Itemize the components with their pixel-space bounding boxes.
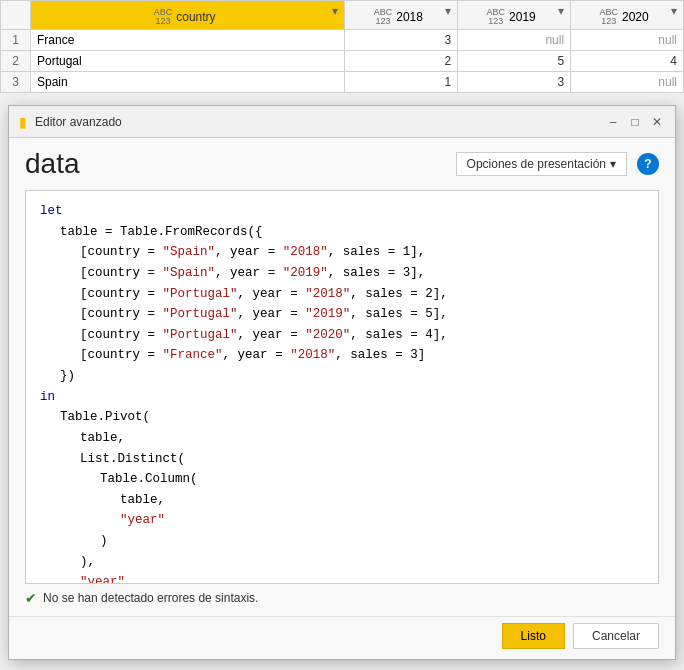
row-number-header [1, 1, 31, 30]
code-line-table-pivot: Table.Pivot( [40, 407, 644, 428]
cell-france-country: France [31, 30, 345, 51]
minimize-button[interactable]: – [605, 114, 621, 130]
col-label-2018: 2018 [396, 10, 423, 24]
presentation-options-button[interactable]: Opciones de presentación ▾ [456, 152, 627, 176]
status-bar: ✔ No se han detectado errores de sintaxi… [25, 584, 659, 610]
code-line-let: let [40, 201, 644, 222]
table-row: 2 Portugal 2 5 4 [1, 51, 684, 72]
code-line-record-3: [country = "Portugal", year = "2018", sa… [40, 284, 644, 305]
modal-title-icon: ▮ [19, 114, 27, 130]
code-line-year-param: "year", [40, 572, 644, 584]
cell-france-2020: null [571, 30, 684, 51]
cell-france-2018: 3 [345, 30, 458, 51]
titlebar-controls: – □ ✕ [605, 114, 665, 130]
cell-portugal-2018: 2 [345, 51, 458, 72]
code-editor[interactable]: let table = Table.FromRecords({ [country… [25, 190, 659, 584]
document-title: data [25, 148, 80, 180]
code-line-column-year: "year" [40, 510, 644, 531]
col-header-2018[interactable]: ABC123 2018 ▾ [345, 1, 458, 30]
cell-spain-country: Spain [31, 72, 345, 93]
modal-title-text: Editor avanzado [35, 115, 597, 129]
cell-portugal-country: Portugal [31, 51, 345, 72]
cell-spain-2020: null [571, 72, 684, 93]
modal-body: data Opciones de presentación ▾ ? let ta… [9, 138, 675, 616]
code-line-table-column: Table.Column( [40, 469, 644, 490]
code-line-record-4: [country = "Portugal", year = "2019", sa… [40, 304, 644, 325]
code-line-close-records: }) [40, 366, 644, 387]
background-table: ABC123 country ▾ ABC123 2018 ▾ ABC123 20… [0, 0, 684, 93]
close-button[interactable]: ✕ [649, 114, 665, 130]
maximize-button[interactable]: □ [627, 114, 643, 130]
row-num-1: 1 [1, 30, 31, 51]
advanced-editor-modal: ▮ Editor avanzado – □ ✕ data Opciones de… [8, 105, 676, 660]
col-header-2020[interactable]: ABC123 2020 ▾ [571, 1, 684, 30]
dropdown-arrow-country[interactable]: ▾ [332, 4, 338, 18]
help-label: ? [644, 157, 651, 171]
modal-titlebar: ▮ Editor avanzado – □ ✕ [9, 106, 675, 138]
code-line-pivot-table: table, [40, 428, 644, 449]
code-line-distinct-close: ), [40, 552, 644, 573]
help-button[interactable]: ? [637, 153, 659, 175]
cell-france-2019: null [458, 30, 571, 51]
cell-spain-2019: 3 [458, 72, 571, 93]
col-header-2019[interactable]: ABC123 2019 ▾ [458, 1, 571, 30]
col-header-country[interactable]: ABC123 country ▾ [31, 1, 345, 30]
cell-portugal-2019: 5 [458, 51, 571, 72]
code-line-record-6: [country = "France", year = "2018", sale… [40, 345, 644, 366]
row-num-2: 2 [1, 51, 31, 72]
cell-portugal-2020: 4 [571, 51, 684, 72]
col-label-country: country [176, 10, 215, 24]
modal-footer: Listo Cancelar [9, 616, 675, 659]
code-line-list-distinct: List.Distinct( [40, 449, 644, 470]
row-num-3: 3 [1, 72, 31, 93]
done-button[interactable]: Listo [502, 623, 565, 649]
dropdown-arrow-2019[interactable]: ▾ [558, 4, 564, 18]
presentation-options-label: Opciones de presentación [467, 157, 606, 171]
dropdown-arrow-2018[interactable]: ▾ [445, 4, 451, 18]
dropdown-arrow-2020[interactable]: ▾ [671, 4, 677, 18]
col-label-2020: 2020 [622, 10, 649, 24]
modal-header-row: data Opciones de presentación ▾ ? [25, 148, 659, 180]
code-line-table-assign: table = Table.FromRecords({ [40, 222, 644, 243]
cell-spain-2018: 1 [345, 72, 458, 93]
table-row: 1 France 3 null null [1, 30, 684, 51]
code-line-record-1: [country = "Spain", year = "2018", sales… [40, 242, 644, 263]
code-line-record-2: [country = "Spain", year = "2019", sales… [40, 263, 644, 284]
code-line-record-5: [country = "Portugal", year = "2020", sa… [40, 325, 644, 346]
code-line-column-close: ) [40, 531, 644, 552]
table-row: 3 Spain 1 3 null [1, 72, 684, 93]
status-text: No se han detectado errores de sintaxis. [43, 591, 258, 605]
dropdown-chevron-icon: ▾ [610, 157, 616, 171]
cancel-button[interactable]: Cancelar [573, 623, 659, 649]
col-label-2019: 2019 [509, 10, 536, 24]
code-line-column-table: table, [40, 490, 644, 511]
code-line-in: in [40, 387, 644, 408]
check-icon: ✔ [25, 590, 37, 606]
